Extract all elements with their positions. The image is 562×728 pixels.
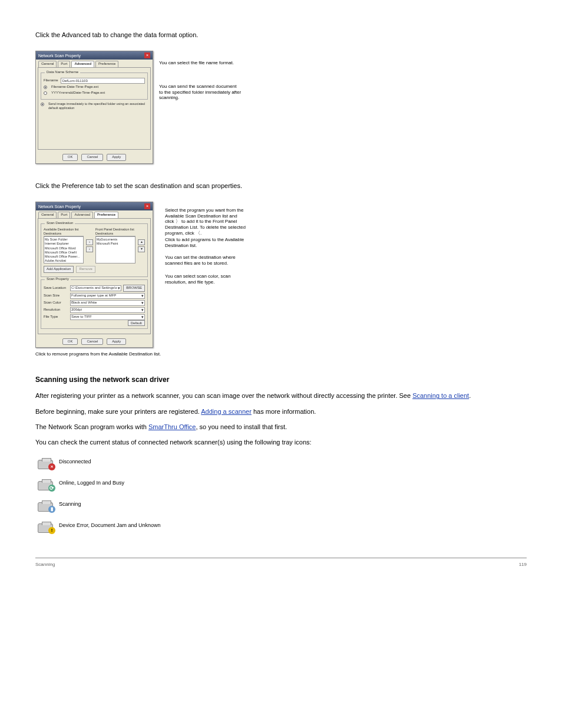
body-para-3: The Network Scan program works with Smar… xyxy=(35,423,527,431)
network-scan-property-dialog: Network Scan Property × General Port Adv… xyxy=(35,51,153,164)
printer-scanning-icon: ▮ xyxy=(35,496,55,513)
callout-select-scan-props: You can select scan color, scan resoluti… xyxy=(165,274,247,285)
cancel-button[interactable]: Cancel xyxy=(81,154,103,161)
footer-separator xyxy=(35,558,527,558)
available-list-header: Available Destination list xyxy=(44,228,84,232)
save-location-field[interactable]: C:\Documents and Settings\s xyxy=(70,285,121,291)
resolution-select[interactable]: 200dpi xyxy=(70,307,145,313)
callout-filename-format: You can select the file name format. xyxy=(159,60,242,66)
scan-size-select[interactable]: Following paper type at MFP xyxy=(70,293,145,299)
ok-button[interactable]: OK xyxy=(62,154,78,161)
close-icon[interactable]: × xyxy=(144,203,150,209)
status-scanning: Scanning xyxy=(59,501,81,508)
printer-error-icon: ! xyxy=(35,518,55,534)
dialog-title: Network Scan Property xyxy=(38,204,81,209)
scan-destination-group: Scan Destination xyxy=(45,221,75,226)
callout-add-programs: Click to add programs to the Available D… xyxy=(165,237,247,248)
network-scan-property-dialog-pref: Network Scan Property × General Port Adv… xyxy=(35,202,153,348)
data-name-scheme-group: Data Name Scheme xyxy=(45,70,80,75)
preference-tab-figure: Network Scan Property × General Port Adv… xyxy=(35,202,527,358)
footer-page-number: 119 xyxy=(519,562,527,568)
remove-button[interactable]: Remove xyxy=(76,266,95,273)
printer-online-icon: ⟳ xyxy=(35,475,55,492)
move-right-button[interactable]: › xyxy=(86,239,93,245)
filename-field[interactable]: DefLom-011103 xyxy=(61,78,145,84)
status-error: Device Error, Document Jam and Unknown xyxy=(59,522,161,529)
tab-port[interactable]: Port xyxy=(58,61,70,67)
tab-general[interactable]: General xyxy=(38,212,57,218)
ok-button[interactable]: OK xyxy=(62,338,78,345)
scanning-to-client-link[interactable]: Scanning to a client xyxy=(412,392,469,399)
status-online: Online, Logged In and Busy xyxy=(59,480,124,487)
browse-button[interactable]: BROWSE xyxy=(123,285,145,292)
move-up-button[interactable]: ▴ xyxy=(138,239,145,245)
status-icon-list: × Disconnected ⟳ Online, Logged In and B… xyxy=(35,454,527,534)
smarthru-office-link[interactable]: SmarThru Office xyxy=(148,423,196,430)
tab-general[interactable]: General xyxy=(38,61,57,67)
radio-filename-date[interactable] xyxy=(44,85,47,89)
footer-section: Scanning xyxy=(35,562,55,568)
body-para-1: After registering your printer as a netw… xyxy=(35,391,527,400)
radio-yyyymmdd[interactable] xyxy=(44,91,47,95)
tab-preference[interactable]: Preference xyxy=(94,212,118,218)
front-panel-list-header: Front Panel Destination list xyxy=(95,228,135,232)
tab-advanced[interactable]: Advanced xyxy=(71,61,94,67)
close-icon[interactable]: × xyxy=(144,52,150,58)
adding-a-scanner-link[interactable]: Adding a scanner xyxy=(201,408,252,415)
status-intro: You can check the current status of conn… xyxy=(35,438,527,446)
section-heading: Scanning using the network scan driver xyxy=(35,375,527,385)
tab-preference[interactable]: Preference xyxy=(95,61,118,67)
mid-para: Click the Preference tab to set the scan… xyxy=(35,182,527,190)
callout-set-destination: You can set the destination where scanne… xyxy=(165,255,247,266)
move-down-button[interactable]: ▾ xyxy=(138,246,145,252)
printer-disconnected-icon: × xyxy=(35,454,55,470)
send-immediately-label: Send image immediately to the specified … xyxy=(48,102,148,110)
file-type-select[interactable]: Save to TIFF xyxy=(70,314,145,320)
body-para-2: Before beginning, make sure your printer… xyxy=(35,407,527,416)
tab-advanced[interactable]: Advanced xyxy=(71,212,93,218)
advanced-tab-figure: Network Scan Property × General Port Adv… xyxy=(35,51,527,164)
status-disconnected: Disconnected xyxy=(59,459,91,466)
dialog-title: Network Scan Property xyxy=(38,53,81,58)
cancel-button[interactable]: Cancel xyxy=(81,338,103,345)
caption-remove-programs: Click to remove programs from the Availa… xyxy=(35,351,527,357)
tab-port[interactable]: Port xyxy=(58,212,70,218)
apply-button[interactable]: Apply xyxy=(107,154,126,161)
available-destination-list[interactable]: My Scan Folder Internet Explorer Microso… xyxy=(44,236,84,263)
callout-select-program: Select the program you want from the Ava… xyxy=(165,207,247,236)
move-left-button[interactable]: ‹ xyxy=(86,246,93,252)
scan-color-select[interactable]: Black and White xyxy=(70,300,145,306)
scan-property-group: Scan Property xyxy=(45,277,71,282)
front-panel-destination-list[interactable]: MyDocuments Microsoft Paint xyxy=(95,236,135,263)
checkbox-send-immediately[interactable] xyxy=(41,103,44,106)
add-application-button[interactable]: Add Application xyxy=(44,266,74,273)
apply-button[interactable]: Apply xyxy=(107,338,126,345)
filename-label: Filename xyxy=(44,78,58,83)
intro-para: Click the Advanced tab to change the dat… xyxy=(35,31,527,39)
default-button[interactable]: Default xyxy=(128,320,145,326)
callout-send-scanned: You can send the scanned document to the… xyxy=(159,84,242,101)
